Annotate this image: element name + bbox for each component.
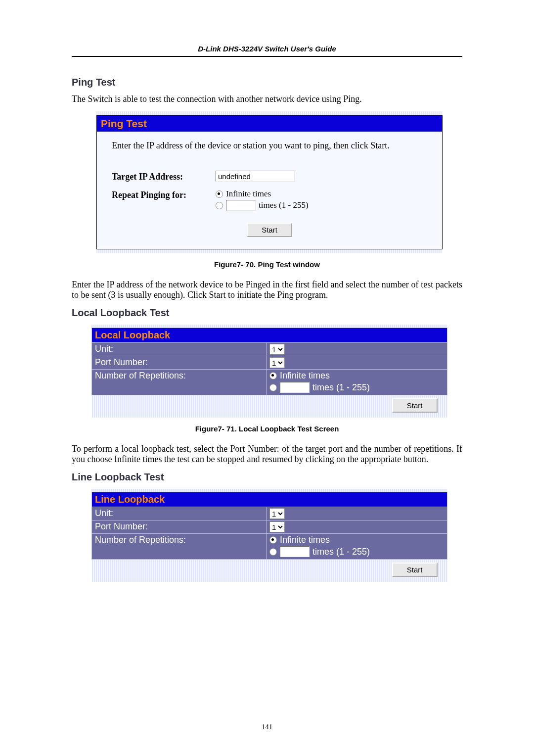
page: D-Link DHS-3224V Switch User's Guide Pin… bbox=[0, 0, 534, 756]
line-loopback-figure: Line Loopback Unit: 1 Port Number: 1 bbox=[91, 489, 447, 582]
local-port-select[interactable]: 1 bbox=[269, 357, 285, 368]
radio-infinite[interactable] bbox=[216, 190, 223, 198]
line-unit-select[interactable]: 1 bbox=[269, 508, 285, 519]
line-port-select[interactable]: 1 bbox=[269, 521, 285, 532]
local-loopback-figure: Local Loopback Unit: 1 Port Number: 1 bbox=[91, 325, 447, 418]
local-opt-infinite: Infinite times bbox=[280, 371, 330, 381]
line-count-input[interactable] bbox=[280, 546, 310, 557]
target-ip-label: Target IP Address: bbox=[112, 171, 216, 182]
decorative-stripe bbox=[96, 249, 443, 253]
ping-figure: Ping Test Enter the IP address of the de… bbox=[96, 111, 443, 253]
section-title-ping: Ping Test bbox=[72, 77, 462, 88]
line-panel-title: Line Loopback bbox=[92, 492, 447, 507]
opt-infinite-label: Infinite times bbox=[226, 189, 271, 199]
section-title-line: Line Loopback Test bbox=[72, 472, 462, 483]
local-unit-select[interactable]: 1 bbox=[269, 344, 285, 355]
decorative-stripe bbox=[96, 111, 443, 115]
ping-instruction: Enter the IP address of the device or st… bbox=[112, 141, 427, 151]
local-radio-infinite[interactable] bbox=[269, 372, 277, 379]
figure-caption-local: Figure7- 71. Local Loopback Test Screen bbox=[72, 425, 462, 433]
local-port-label: Port Number: bbox=[92, 356, 267, 370]
local-unit-label: Unit: bbox=[92, 343, 267, 356]
repeat-label: Repeat Pinging for: bbox=[112, 189, 216, 200]
local-rep-label: Number of Repetitions: bbox=[92, 370, 267, 395]
page-number: 141 bbox=[0, 723, 534, 731]
section-title-local: Local Loopback Test bbox=[72, 307, 462, 319]
local-radio-count[interactable] bbox=[269, 384, 277, 391]
line-opt-count-suffix: times (1 - 255) bbox=[312, 547, 370, 557]
ping-panel-title: Ping Test bbox=[97, 116, 442, 132]
local-post-text: To perform a local loopback test, select… bbox=[72, 444, 462, 465]
local-opt-count-suffix: times (1 - 255) bbox=[312, 382, 370, 393]
local-panel-title: Local Loopback bbox=[92, 328, 447, 343]
radio-count[interactable] bbox=[216, 202, 223, 209]
line-start-button[interactable]: Start bbox=[392, 563, 438, 577]
line-port-label: Port Number: bbox=[92, 520, 267, 534]
figure-caption-ping: Figure7- 70. Ping Test window bbox=[72, 260, 462, 269]
ping-panel: Ping Test Enter the IP address of the de… bbox=[96, 115, 443, 249]
ping-intro-text: The Switch is able to test the connectio… bbox=[72, 94, 462, 104]
ping-start-button[interactable]: Start bbox=[247, 223, 292, 237]
line-unit-label: Unit: bbox=[92, 507, 267, 520]
line-opt-infinite: Infinite times bbox=[280, 535, 330, 545]
local-loopback-table: Local Loopback Unit: 1 Port Number: 1 bbox=[91, 328, 447, 418]
opt-count-suffix: times (1 - 255) bbox=[259, 200, 309, 210]
line-radio-count[interactable] bbox=[269, 548, 277, 556]
header-rule bbox=[72, 56, 462, 57]
line-rep-label: Number of Repetitions: bbox=[92, 534, 267, 560]
ping-count-input[interactable] bbox=[226, 200, 256, 211]
local-count-input[interactable] bbox=[280, 382, 310, 393]
local-start-button[interactable]: Start bbox=[392, 398, 438, 413]
guide-title: D-Link DHS-3224V Switch User's Guide bbox=[72, 45, 462, 53]
target-ip-input[interactable] bbox=[216, 171, 295, 182]
ping-post-text: Enter the IP address of the network devi… bbox=[72, 280, 462, 300]
line-loopback-table: Line Loopback Unit: 1 Port Number: 1 bbox=[91, 492, 447, 582]
line-radio-infinite[interactable] bbox=[269, 536, 277, 544]
